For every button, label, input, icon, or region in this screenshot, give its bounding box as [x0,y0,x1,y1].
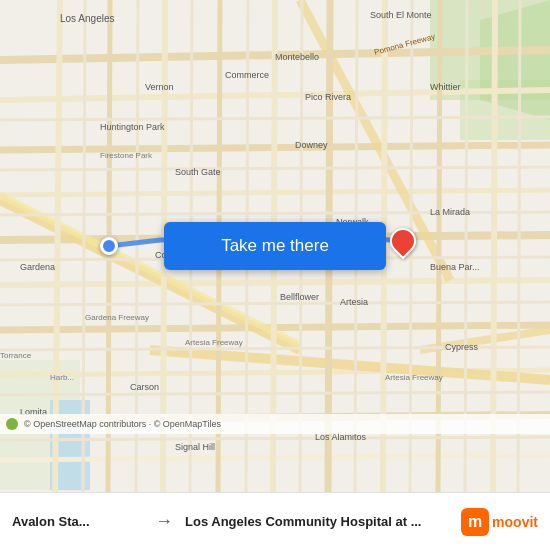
svg-text:Huntington Park: Huntington Park [100,122,165,132]
svg-text:Commerce: Commerce [225,70,269,80]
svg-text:Artesia Freeway: Artesia Freeway [385,373,443,382]
origin-marker [100,237,118,255]
route-to: Los Angeles Community Hospital at ... [185,514,447,529]
svg-marker-3 [480,0,550,120]
svg-text:Vernon: Vernon [145,82,174,92]
svg-text:Signal Hill: Signal Hill [175,442,215,452]
take-me-there-button[interactable]: Take me there [164,222,386,270]
svg-text:Cypress: Cypress [445,342,479,352]
svg-text:Gardena: Gardena [20,262,55,272]
svg-text:South El Monte: South El Monte [370,10,432,20]
route-from: Avalon Sta... [12,514,143,529]
svg-text:Torrance: Torrance [0,351,32,360]
attribution-text: © OpenStreetMap contributors · © OpenMap… [24,419,221,429]
route-arrow-icon: → [155,511,173,532]
svg-text:Downey: Downey [295,140,328,150]
osm-logo-icon [6,418,18,430]
map-attribution: © OpenStreetMap contributors · © OpenMap… [0,414,550,434]
svg-text:Bellflower: Bellflower [280,292,319,302]
app-container: Los Angeles South El Monte Montebello Ve… [0,0,550,550]
svg-text:Harb...: Harb... [50,373,74,382]
svg-text:Carson: Carson [130,382,159,392]
svg-text:South Gate: South Gate [175,167,221,177]
svg-text:Whittier: Whittier [430,82,461,92]
svg-text:Gardena Freeway: Gardena Freeway [85,313,149,322]
route-from-label: Avalon Sta... [12,514,143,529]
svg-text:Montebello: Montebello [275,52,319,62]
moovit-logo: m moovit [461,508,538,536]
svg-text:La Mirada: La Mirada [430,207,470,217]
svg-text:Pico Rivera: Pico Rivera [305,92,351,102]
moovit-m-icon: m [461,508,489,536]
svg-text:Los Angeles: Los Angeles [60,13,115,24]
map-area: Los Angeles South El Monte Montebello Ve… [0,0,550,492]
bottom-bar: Avalon Sta... → Los Angeles Community Ho… [0,492,550,550]
moovit-text: moovit [492,514,538,530]
svg-text:Artesia Freeway: Artesia Freeway [185,338,243,347]
route-to-label: Los Angeles Community Hospital at ... [185,514,447,529]
svg-text:Buena Par...: Buena Par... [430,262,480,272]
svg-text:Firestone Park: Firestone Park [100,151,153,160]
svg-text:Artesia: Artesia [340,297,368,307]
